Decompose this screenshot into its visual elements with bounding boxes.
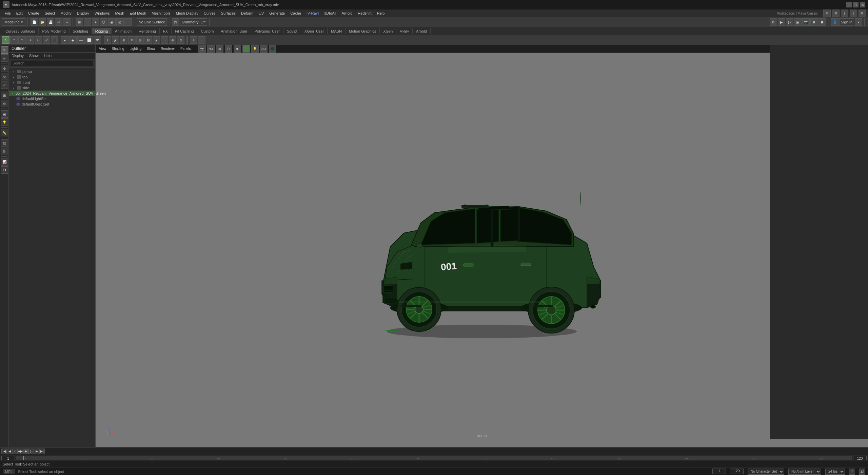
- outliner-item-side[interactable]: ▸ side: [9, 85, 95, 91]
- tab-polygons-user[interactable]: Polygons_User: [251, 28, 284, 34]
- outliner-item-suv[interactable]: ▾ obj_2024_Rezvani_Vengeance_Armored_SUV…: [9, 91, 95, 96]
- no-live-surface-label[interactable]: No Live Surface: [137, 18, 167, 26]
- next-frame-btn[interactable]: ▶: [34, 449, 39, 454]
- signin-btn[interactable]: Sign In: [839, 18, 854, 26]
- workspace-btn5[interactable]: ⊞: [859, 10, 866, 17]
- constraint-icon[interactable]: ⛓: [1, 139, 8, 147]
- tab-rigging[interactable]: Rigging: [92, 28, 112, 34]
- play-back-btn[interactable]: ◀▶: [18, 449, 23, 454]
- rotate-btn[interactable]: ↻: [35, 36, 42, 44]
- scale-tool-icon[interactable]: ⤢: [1, 81, 8, 89]
- menu-generate[interactable]: Generate: [267, 11, 288, 16]
- outliner-item-top[interactable]: ▸ top: [9, 74, 95, 80]
- snap-grid-btn[interactable]: ⊞: [76, 18, 83, 26]
- vp-ao-btn[interactable]: AO: [260, 45, 268, 53]
- menu-modify[interactable]: Modify: [58, 11, 74, 16]
- sculpt-btn[interactable]: 🖌: [112, 36, 119, 44]
- vp-grid-btn[interactable]: ⊞: [216, 45, 223, 53]
- rotate-tool-icon[interactable]: ↻: [1, 73, 8, 80]
- paint-select-btn[interactable]: ⊃: [18, 36, 26, 44]
- snap-icon[interactable]: ⊞: [1, 92, 8, 99]
- tab-motion-graphics[interactable]: Motion Graphics: [346, 28, 380, 34]
- face-btn[interactable]: ⬜: [85, 36, 93, 44]
- tab-sculpt[interactable]: Sculpt: [283, 28, 301, 34]
- new-file-btn[interactable]: 📄: [31, 18, 38, 26]
- range-start-input[interactable]: [712, 469, 726, 474]
- soft-sel-btn[interactable]: ⌇: [104, 36, 111, 44]
- bevel-btn[interactable]: ⌗: [128, 36, 136, 44]
- vp-shading-menu[interactable]: Shading: [110, 46, 126, 51]
- outliner-item-lightset[interactable]: defaultLightSet: [9, 96, 95, 101]
- vp-view-menu[interactable]: View: [97, 46, 108, 51]
- menu-surfaces[interactable]: Surfaces: [218, 11, 238, 16]
- loop-btn[interactable]: ↺: [849, 469, 855, 475]
- tab-rendering[interactable]: Rendering: [135, 28, 160, 34]
- render-cam-btn[interactable]: 📷: [802, 18, 810, 26]
- signin-dropdown[interactable]: ▾: [855, 18, 862, 26]
- graph-icon[interactable]: 📊: [1, 158, 8, 166]
- menu-edit-mesh[interactable]: Edit Mesh: [127, 11, 149, 16]
- move-btn[interactable]: ✛: [26, 36, 34, 44]
- outliner-menu-show[interactable]: Show: [26, 53, 41, 59]
- select-tool-icon[interactable]: ↖: [1, 46, 8, 54]
- move-tool-icon[interactable]: ✛: [1, 65, 8, 72]
- tab-animation-user[interactable]: Animation_User: [217, 28, 251, 34]
- tab-sculpting[interactable]: Sculpting: [70, 28, 92, 34]
- range-end-input[interactable]: [730, 469, 744, 474]
- add-btn[interactable]: +: [190, 36, 197, 44]
- lighting-icon[interactable]: 💡: [1, 118, 8, 126]
- menu-mesh-display[interactable]: Mesh Display: [173, 11, 201, 16]
- workspace-btn2[interactable]: ⊟: [832, 10, 840, 17]
- tab-poly-modeling[interactable]: Poly Modeling: [39, 28, 69, 34]
- snap-normal-btn[interactable]: ↑: [124, 18, 132, 26]
- menu-3dtoall[interactable]: 3DtoAll: [321, 11, 339, 16]
- ik-icon[interactable]: ⚙: [1, 148, 8, 155]
- vp-cam-btn[interactable]: 📷: [198, 45, 206, 53]
- minimize-button[interactable]: ─: [846, 2, 852, 7]
- tab-fit-caching[interactable]: Fit Caching: [172, 28, 198, 34]
- extrude-btn[interactable]: ▲: [153, 36, 160, 44]
- outliner-menu-display[interactable]: Display: [9, 53, 26, 59]
- target-weld-btn[interactable]: ⊙: [177, 36, 184, 44]
- mode-dropdown[interactable]: Modeling ▾: [2, 18, 25, 26]
- vp-show-menu[interactable]: Show: [145, 46, 157, 51]
- menu-create[interactable]: Create: [25, 11, 42, 16]
- vp-textured-btn[interactable]: T: [242, 45, 250, 53]
- workspace-btn3[interactable]: |: [841, 10, 848, 17]
- workspace-btn1[interactable]: ⊞: [823, 10, 831, 17]
- tab-vray[interactable]: VRay: [396, 28, 413, 34]
- ipr-btn[interactable]: ▷: [786, 18, 793, 26]
- audio-btn[interactable]: 🔊: [859, 469, 865, 475]
- prev-frame-btn[interactable]: ◀: [7, 449, 12, 454]
- viewport-canvas[interactable]: 001: [96, 53, 868, 447]
- soft-sel-icon[interactable]: ⊙: [1, 100, 8, 107]
- viewport[interactable]: View Shading Lighting Show Renderer Pane…: [96, 45, 868, 455]
- no-character-set-dropdown[interactable]: No Character Set: [748, 469, 784, 475]
- render-region-btn[interactable]: ▣: [794, 18, 802, 26]
- uvs-btn[interactable]: 🗺: [94, 36, 101, 44]
- select-tool-btn[interactable]: ↖: [2, 36, 9, 44]
- snap-view-btn[interactable]: ◉: [108, 18, 116, 26]
- next-keyframe-btn[interactable]: ▷: [28, 449, 34, 454]
- menu-windows[interactable]: Windows: [92, 11, 113, 16]
- tab-fx[interactable]: FX: [160, 28, 172, 34]
- vp-wire-btn[interactable]: ⬡: [225, 45, 232, 53]
- paint-tool-icon[interactable]: ⌀: [1, 54, 8, 62]
- stop-btn[interactable]: ⏹: [818, 18, 826, 26]
- snap-sel-btn[interactable]: ◎: [116, 18, 124, 26]
- menu-cache[interactable]: Cache: [288, 11, 304, 16]
- outliner-menu-help[interactable]: Help: [41, 53, 55, 59]
- minus-btn[interactable]: −: [198, 36, 205, 44]
- play-btn[interactable]: ▶: [23, 449, 28, 454]
- connect-btn[interactable]: ⊟: [144, 36, 152, 44]
- menu-curves[interactable]: Curves: [201, 11, 218, 16]
- scale-btn[interactable]: ⤢: [43, 36, 50, 44]
- redo-btn[interactable]: ↪: [63, 18, 71, 26]
- menu-mesh-tools[interactable]: Mesh Tools: [149, 11, 173, 16]
- save-file-btn[interactable]: 💾: [47, 18, 54, 26]
- vp-res-btn[interactable]: HD: [207, 45, 215, 53]
- symmetry-label[interactable]: Symmetry: Off: [180, 18, 207, 26]
- go-to-start-btn[interactable]: |◀: [1, 449, 7, 454]
- edge-btn[interactable]: —: [77, 36, 85, 44]
- tab-xgen[interactable]: XGen: [380, 28, 396, 34]
